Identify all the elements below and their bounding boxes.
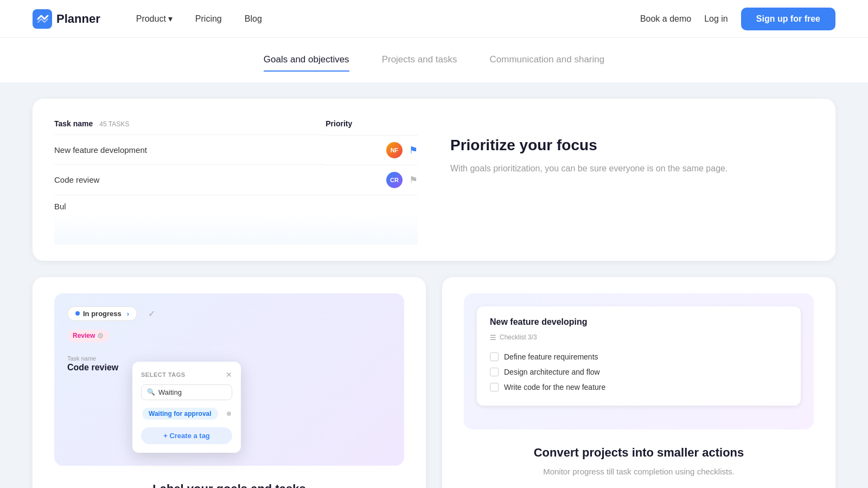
checklist-card-title: New feature developing (490, 317, 788, 327)
nav-book-demo[interactable]: Book a demo (640, 14, 691, 24)
select-tags-popup: SELECT TAGS ✕ 🔍 Waiting for approval + C… (132, 362, 241, 453)
checklist-icon: ☰ (490, 333, 496, 342)
checklist-item-text: Define feature requirements (504, 352, 598, 361)
close-icon[interactable]: ✕ (226, 370, 232, 379)
nav-links: Product ▾ Pricing Blog (127, 9, 640, 28)
status-label: In progress (83, 310, 122, 318)
nav-login[interactable]: Log in (704, 14, 728, 24)
checklist-item: Define feature requirements (490, 349, 788, 364)
checkbox-2[interactable] (490, 368, 499, 376)
popup-title: SELECT TAGS (141, 371, 186, 378)
chevron-down-icon: ▾ (168, 14, 173, 24)
tag-row: Review ⚙ (67, 330, 391, 342)
priority-flag-gray: ⚑ (409, 174, 418, 186)
checklist-item-text: Write code for the new feature (504, 383, 605, 391)
checklist-meta: ☰ Checklist 3/3 (490, 333, 788, 342)
col-task-name: Task name 45 TASKS (54, 115, 326, 135)
navbar: Planner Product ▾ Pricing Blog Book a de… (0, 0, 868, 38)
tab-goals[interactable]: Goals and objectives (264, 54, 349, 72)
col-priority: Priority (326, 115, 418, 135)
status-arrow-icon: › (127, 310, 129, 318)
task-name-cell: New feature development (54, 135, 326, 165)
create-tag-button[interactable]: + Create a tag (141, 427, 232, 444)
nav-blog[interactable]: Blog (236, 10, 271, 28)
tag-dot (227, 412, 231, 416)
status-row: In progress › ✓ (67, 306, 391, 321)
logo[interactable]: Planner (33, 9, 100, 29)
checklist-item-text: Design architecture and flow (504, 368, 600, 376)
gear-icon: ⚙ (97, 332, 104, 340)
bottom-right-text: Convert projects into smaller actions Mo… (534, 446, 744, 478)
task-table-wrapper: Task name 45 TASKS Priority New feature … (54, 115, 418, 245)
task-name-label: Task name (67, 355, 391, 362)
avatar: CR (386, 172, 403, 188)
card-heading: Prioritize your focus (450, 137, 814, 154)
bottom-right-description: Monitor progress till task completion us… (534, 465, 744, 478)
tab-communication[interactable]: Communication and sharing (490, 54, 605, 72)
table-fade (54, 212, 418, 245)
checklist-visual: New feature developing ☰ Checklist 3/3 D… (464, 293, 814, 429)
avatar: NF (386, 142, 403, 158)
bottom-left-text: Label your goals and tasks Use tags to a… (114, 482, 344, 489)
task-count: 45 TASKS (99, 120, 129, 128)
status-dot (75, 311, 80, 316)
bottom-left-heading: Label your goals and tasks (114, 482, 344, 489)
bottom-cards: In progress › ✓ Review ⚙ Task name Co (33, 277, 835, 489)
tag-search-input[interactable] (158, 388, 226, 396)
logo-text: Planner (56, 12, 100, 26)
popup-header: SELECT TAGS ✕ (141, 370, 232, 379)
checkbox-3[interactable] (490, 383, 499, 391)
priority-flag-blue: ⚑ (409, 144, 418, 156)
checkbox-1[interactable] (490, 352, 499, 361)
checklist-card: New feature developing ☰ Checklist 3/3 D… (477, 306, 801, 406)
bottom-right-inner: New feature developing ☰ Checklist 3/3 D… (464, 293, 814, 478)
status-badge: In progress › (67, 306, 137, 321)
bottom-left-inner: In progress › ✓ Review ⚙ Task name Co (54, 293, 404, 489)
svg-rect-0 (33, 9, 52, 29)
tag-waiting-label: Waiting for approval (142, 408, 218, 420)
bottom-right-heading: Convert projects into smaller actions (534, 446, 744, 460)
table-row: New feature development NF ⚑ (54, 135, 418, 165)
main-content: Task name 45 TASKS Priority New feature … (0, 82, 868, 488)
tabs-section: Goals and objectives Projects and tasks … (0, 38, 868, 82)
tab-projects[interactable]: Projects and tasks (382, 54, 457, 72)
search-icon: 🔍 (147, 388, 155, 396)
popup-search: 🔍 (141, 384, 232, 400)
task-table: Task name 45 TASKS Priority New feature … (54, 115, 418, 217)
top-feature-card: Task name 45 TASKS Priority New feature … (33, 99, 835, 261)
tag-option: Waiting for approval (141, 406, 232, 422)
bottom-left-visual: In progress › ✓ Review ⚙ Task name Co (54, 293, 404, 466)
task-name-cell: Code review (54, 165, 326, 195)
card-description: With goals prioritization, you can be su… (450, 162, 814, 176)
table-row: Code review CR ⚑ (54, 165, 418, 195)
checklist-item: Write code for the new feature (490, 380, 788, 395)
checklist-item: Design architecture and flow (490, 364, 788, 380)
card-right-text: Prioritize your focus With goals priorit… (450, 115, 814, 197)
nav-right: Book a demo Log in Sign up for free (640, 8, 835, 30)
checkmark-icon: ✓ (148, 309, 155, 319)
bottom-left-card: In progress › ✓ Review ⚙ Task name Co (33, 277, 426, 489)
nav-product[interactable]: Product ▾ (127, 9, 181, 28)
bottom-right-card: New feature developing ☰ Checklist 3/3 D… (442, 277, 835, 489)
nav-pricing[interactable]: Pricing (187, 10, 231, 28)
signup-button[interactable]: Sign up for free (741, 8, 835, 30)
tag-badge: Review ⚙ (67, 330, 109, 342)
checklist-label: Checklist 3/3 (500, 333, 537, 341)
